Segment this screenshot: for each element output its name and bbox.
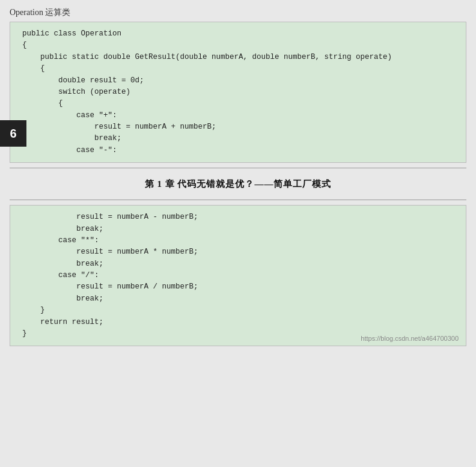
code-line: case "*": bbox=[22, 235, 454, 246]
divider-top bbox=[10, 168, 466, 168]
section-title: Operation 运算类 bbox=[0, 5, 476, 22]
top-section: Operation 运算类 public class Operation { p… bbox=[0, 0, 476, 163]
code-line: double result = 0d; bbox=[22, 75, 454, 87]
code-line: case "/": bbox=[22, 270, 454, 281]
code-line: return result; bbox=[22, 317, 454, 328]
code-line: break; bbox=[22, 258, 454, 270]
code-line: public class Operation bbox=[22, 28, 454, 40]
code-line: } bbox=[22, 305, 454, 316]
code-line: break; bbox=[22, 133, 454, 144]
code-line: { bbox=[22, 98, 454, 109]
code-line: case "+": bbox=[22, 110, 454, 121]
code-line: result = numberA / numberB; bbox=[22, 281, 454, 293]
code-line: { bbox=[22, 40, 454, 51]
code-line: switch (operate) bbox=[22, 87, 454, 98]
code-line: case "-": bbox=[22, 145, 454, 156]
bottom-bar bbox=[0, 346, 476, 352]
watermark: https://blog.csdn.net/a464700300 bbox=[361, 335, 459, 342]
code-line: result = numberA - numberB; bbox=[22, 212, 454, 223]
upper-code-block: public class Operation { public static d… bbox=[10, 22, 466, 163]
divider-bottom bbox=[10, 200, 466, 200]
code-line: result = numberA + numberB; bbox=[22, 121, 454, 133]
code-line: break; bbox=[22, 224, 454, 235]
chapter-title: 第 1 章 代码无错就是优？——简单工厂模式 bbox=[145, 179, 332, 190]
chapter-header: 第 1 章 代码无错就是优？——简单工厂模式 bbox=[0, 163, 476, 205]
code-line: break; bbox=[22, 293, 454, 305]
page-number-badge: 6 bbox=[0, 120, 26, 147]
code-line: { bbox=[22, 63, 454, 75]
page-wrapper: Operation 运算类 public class Operation { p… bbox=[0, 0, 476, 467]
lower-code-block: result = numberA - numberB; break; case … bbox=[10, 205, 466, 346]
code-line: public static double GetResult(double nu… bbox=[22, 52, 454, 63]
code-line: result = numberA * numberB; bbox=[22, 246, 454, 258]
